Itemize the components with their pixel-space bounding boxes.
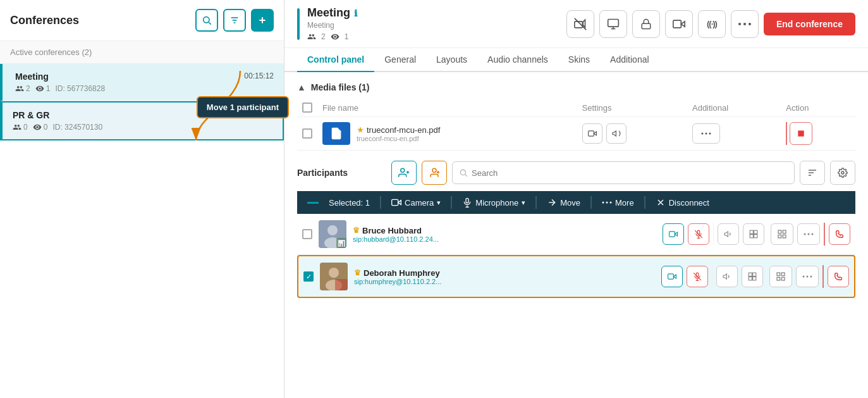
- svg-line-31: [465, 175, 467, 177]
- deborah-disconnect-btn[interactable]: [828, 266, 849, 287]
- svg-rect-14: [673, 20, 682, 28]
- participant-search-input[interactable]: [472, 168, 788, 178]
- media-files-table: File name Settings Additional Action: [297, 99, 855, 151]
- participant-row-bruce: 📊 ♛ Bruce Hubbard sip:hubbard@10.110.2.2…: [297, 214, 855, 255]
- conference-id-meeting: ID: 567736828: [55, 84, 105, 93]
- file-settings-cell: [577, 117, 687, 151]
- svg-point-21: [705, 133, 707, 135]
- tab-skins[interactable]: Skins: [558, 48, 600, 72]
- screen-share-btn[interactable]: [599, 10, 627, 38]
- toolbar-sep-1: [380, 196, 381, 209]
- crown-icon-bruce: ♛: [353, 226, 360, 235]
- action-divider-deborah: [712, 266, 712, 287]
- participant-toolbar: Selected: 1 Camera ▾ Microphone ▾ Move: [297, 191, 855, 214]
- svg-marker-19: [613, 131, 616, 136]
- add-group-btn[interactable]: [391, 161, 417, 185]
- deborah-grid-btn[interactable]: [769, 266, 792, 287]
- svg-point-16: [743, 23, 746, 25]
- file-stop-btn[interactable]: [790, 122, 812, 145]
- more-options-btn[interactable]: [731, 10, 759, 38]
- participant-info-deborah: ♛ Deborah Humphrey sip:humphrey@10.110.2…: [354, 268, 655, 285]
- broadcast-btn[interactable]: ((·)): [698, 10, 726, 38]
- bruce-disconnect-btn[interactable]: [829, 223, 850, 245]
- file-row-checkbox[interactable]: [297, 117, 317, 151]
- tab-general[interactable]: General: [374, 48, 426, 72]
- svg-rect-82: [777, 277, 780, 280]
- deborah-right-actions: [769, 265, 849, 288]
- settings-btn[interactable]: [830, 161, 855, 185]
- svg-line-1: [209, 22, 211, 24]
- tab-additional[interactable]: Additional: [600, 48, 659, 72]
- deselect-all-btn[interactable]: [307, 202, 319, 204]
- participant-search-box[interactable]: [452, 161, 795, 184]
- add-user-btn[interactable]: [422, 161, 447, 185]
- participant-checkbox-bruce[interactable]: [302, 229, 312, 239]
- svg-rect-62: [783, 235, 786, 238]
- deborah-volume-btn[interactable]: [716, 266, 738, 287]
- svg-rect-23: [798, 130, 804, 136]
- bruce-camera-btn[interactable]: [663, 223, 684, 245]
- svg-rect-59: [778, 230, 781, 233]
- conference-meta-prgr: 0 0 ID: 324570130: [13, 123, 272, 132]
- deborah-more-btn[interactable]: [796, 266, 819, 287]
- svg-rect-18: [588, 131, 594, 136]
- end-conference-button[interactable]: End conference: [764, 13, 855, 35]
- participant-sip-deborah: sip:humphrey@10.110.2.2...: [354, 278, 655, 285]
- sort-btn[interactable]: [800, 161, 825, 185]
- bruce-layout-btn[interactable]: [743, 223, 764, 245]
- filter-button[interactable]: [223, 9, 246, 32]
- bruce-grid-btn[interactable]: [771, 223, 793, 245]
- move-toolbar-btn[interactable]: Move: [547, 197, 580, 208]
- video-settings-btn[interactable]: [665, 10, 693, 38]
- bruce-volume-btn[interactable]: [718, 223, 739, 245]
- participant-avatar-bruce: 📊: [319, 220, 346, 248]
- svg-point-65: [812, 233, 814, 235]
- bruce-mic-btn[interactable]: [688, 223, 709, 245]
- header-actions: ((·)) End conference: [566, 10, 855, 38]
- bruce-right-actions: [771, 223, 850, 246]
- media-files-header: ▲ Media files (1): [297, 82, 855, 92]
- svg-point-22: [709, 133, 711, 135]
- conference-meta-meeting: 2 1 ID: 567736828: [15, 84, 274, 93]
- search-button[interactable]: [195, 9, 218, 32]
- file-video-btn[interactable]: [582, 123, 602, 144]
- camera-off-btn[interactable]: [566, 10, 594, 38]
- svg-rect-60: [783, 230, 786, 233]
- svg-rect-79: [753, 277, 756, 280]
- participant-row-deborah: ✓ ♛ Deborah Humphrey sip:humphrey@10.110…: [297, 255, 855, 298]
- table-filename-header: File name: [317, 99, 577, 117]
- viewers-icon-meeting: 1: [35, 84, 51, 93]
- disconnect-toolbar-btn[interactable]: Disconnect: [656, 197, 709, 208]
- file-more-btn[interactable]: [692, 123, 720, 144]
- camera-toolbar-btn[interactable]: Camera ▾: [391, 197, 441, 208]
- toolbar-sep-4: [590, 196, 592, 209]
- participants-section: Participants: [297, 161, 855, 298]
- more-toolbar-btn[interactable]: More: [602, 198, 634, 208]
- svg-point-24: [401, 168, 405, 172]
- tab-control-panel[interactable]: Control panel: [297, 48, 374, 72]
- file-action-cell: [781, 117, 855, 151]
- deborah-mic-btn[interactable]: [687, 266, 708, 287]
- file-audio-btn[interactable]: [606, 123, 627, 144]
- svg-point-17: [749, 23, 751, 25]
- svg-rect-69: [335, 279, 348, 290]
- svg-text:📊: 📊: [338, 239, 346, 247]
- svg-rect-58: [754, 235, 757, 238]
- microphone-toolbar-btn[interactable]: Microphone ▾: [462, 197, 525, 208]
- tab-layouts[interactable]: Layouts: [426, 48, 477, 72]
- svg-point-15: [738, 23, 741, 25]
- lock-btn[interactable]: [632, 10, 660, 38]
- deborah-camera-btn[interactable]: [661, 266, 683, 287]
- bruce-more-btn[interactable]: [797, 223, 820, 245]
- add-conference-button[interactable]: [251, 9, 274, 32]
- svg-point-27: [432, 168, 436, 172]
- svg-point-85: [807, 276, 809, 278]
- camera-dropdown-arrow: ▾: [437, 199, 441, 207]
- svg-point-43: [610, 202, 612, 204]
- conference-id-prgr: ID: 324570130: [52, 123, 102, 132]
- participant-checkbox-deborah[interactable]: ✓: [303, 271, 314, 282]
- deborah-layout-btn[interactable]: [742, 266, 763, 287]
- tab-audio-channels[interactable]: Audio channels: [477, 48, 558, 72]
- participant-actions-deborah: [661, 266, 763, 287]
- conference-item-prgr[interactable]: 00:00:05 PR & GR 0 0 ID: 324570130 Move …: [0, 101, 284, 140]
